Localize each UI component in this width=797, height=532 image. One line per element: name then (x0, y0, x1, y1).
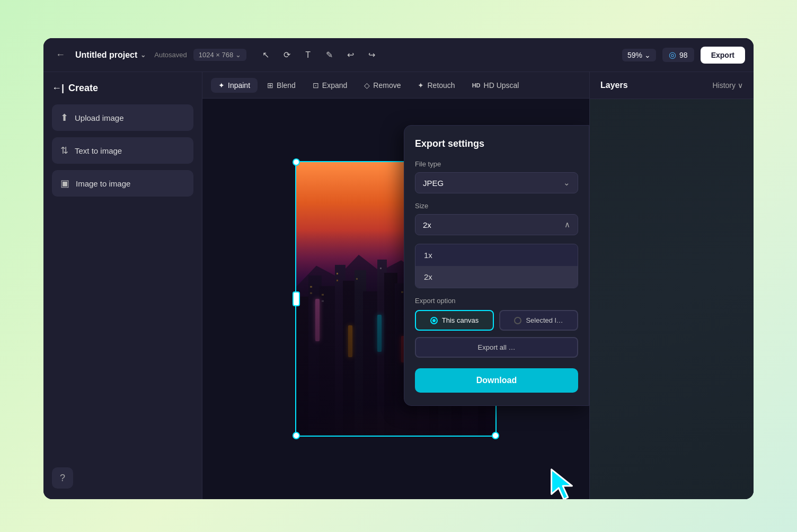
export-all-button[interactable]: Export all … (415, 337, 578, 358)
right-panel-header: Layers History ∨ (590, 72, 754, 99)
tool-controls: ↖ ⟳ T ✎ ↩ ↪ (257, 47, 380, 64)
size-chevron: ∧ (564, 220, 570, 229)
image-to-image-icon: ▣ (60, 178, 69, 189)
blend-tab[interactable]: ⊞ Blend (260, 78, 303, 93)
expand-tab[interactable]: ⊡ Expand (305, 78, 355, 93)
size-option-1x[interactable]: 1x (415, 244, 578, 266)
autosaved-status: Autosaved (154, 51, 187, 59)
export-button[interactable]: Export (701, 47, 745, 64)
remove-tab[interactable]: ◇ Remove (357, 78, 408, 93)
zoom-control[interactable]: 59% ⌄ (622, 49, 656, 61)
upload-icon: ⬆ (60, 112, 68, 123)
size-select[interactable]: 2x ∧ (415, 214, 578, 235)
this-canvas-option[interactable]: This canvas (415, 310, 494, 331)
size-label: Size (415, 202, 578, 210)
history-button[interactable]: History ∨ (712, 81, 743, 90)
image-to-image-button[interactable]: ▣ Image to image (52, 170, 193, 197)
canvas-area: ✦ Inpaint ⊞ Blend ⊡ Expand ◇ Remove ✦ (202, 72, 589, 499)
export-settings-title: Export settings (415, 138, 578, 149)
file-type-label: File type (415, 160, 578, 168)
right-panel: Layers History ∨ (589, 72, 754, 499)
retouch-tab[interactable]: ✦ Retouch (410, 78, 462, 93)
remove-icon: ◇ (364, 81, 370, 90)
this-canvas-radio (430, 317, 438, 324)
export-options: This canvas Selected l… (415, 310, 578, 331)
size-option-2x[interactable]: 2x (415, 266, 578, 288)
text-tool[interactable]: T (299, 47, 316, 64)
blend-icon: ⊞ (267, 81, 273, 90)
history-chevron: ∨ (738, 81, 743, 90)
header: ← Untitled project ⌄ Autosaved 1024 × 76… (43, 38, 754, 72)
upscal-tab[interactable]: HD HD Upscal (465, 78, 527, 93)
project-title[interactable]: Untitled project ⌄ (75, 50, 146, 60)
export-settings-panel: Export settings File type JPEG ⌄ Size 2x… (404, 125, 589, 406)
file-type-chevron: ⌄ (563, 178, 570, 188)
sidebar-back-icon: ←| (52, 83, 64, 94)
credits-display[interactable]: ◎ 98 (662, 48, 694, 62)
retouch-icon: ✦ (418, 81, 424, 90)
select-tool[interactable]: ↖ (257, 47, 274, 64)
pen-tool[interactable]: ✎ (321, 47, 338, 64)
redo-button[interactable]: ↪ (363, 47, 380, 64)
sidebar-header: ←| Create (52, 83, 193, 94)
sidebar-footer: ? (52, 467, 193, 489)
size-dropdown: 1x 2x (415, 244, 578, 288)
expand-icon: ⊡ (313, 81, 319, 90)
canvas-dimensions[interactable]: 1024 × 768 ⌄ (193, 49, 246, 61)
selected-option[interactable]: Selected l… (499, 310, 578, 331)
file-type-select[interactable]: JPEG ⌄ (415, 172, 578, 193)
help-button[interactable]: ? (52, 467, 73, 489)
credits-icon: ◎ (669, 50, 676, 60)
export-option-label: Export option (415, 297, 578, 305)
upload-image-button[interactable]: ⬆ Upload image (52, 104, 193, 131)
download-button[interactable]: Download (415, 368, 578, 393)
undo-button[interactable]: ↩ (342, 47, 359, 64)
back-button[interactable]: ← (52, 47, 69, 64)
sidebar: ←| Create ⬆ Upload image ⇅ Text to image… (43, 72, 202, 499)
canvas-viewport[interactable]: STAR Export se (202, 99, 589, 499)
upscal-icon: HD (472, 82, 481, 88)
selected-radio (514, 317, 521, 324)
layers-label: Layers (600, 81, 628, 90)
text-to-image-icon: ⇅ (60, 145, 68, 156)
main-area: ←| Create ⬆ Upload image ⇅ Text to image… (43, 72, 754, 499)
inpaint-icon: ✦ (218, 81, 225, 90)
inpaint-tab[interactable]: ✦ Inpaint (211, 78, 258, 93)
app-window: ← Untitled project ⌄ Autosaved 1024 × 76… (43, 38, 754, 499)
title-chevron: ⌄ (140, 51, 146, 59)
tool-bar: ✦ Inpaint ⊞ Blend ⊡ Expand ◇ Remove ✦ (202, 72, 589, 99)
rotate-tool[interactable]: ⟳ (278, 47, 295, 64)
text-to-image-button[interactable]: ⇅ Text to image (52, 137, 193, 164)
layers-content (590, 99, 754, 499)
